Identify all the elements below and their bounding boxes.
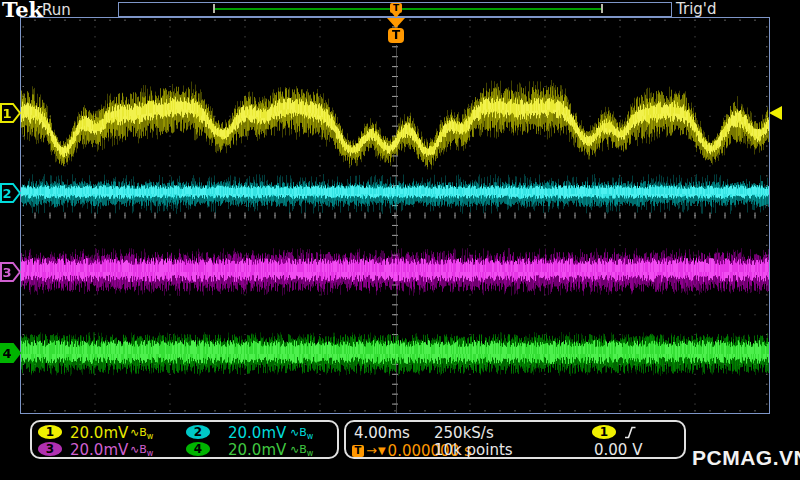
channel-readout-panel: 1 20.0mV ∿Bw 2 20.0mV ∿Bw 3 20.0mV ∿Bw 4…: [30, 420, 339, 459]
scope-screen: Tek Run T Trig'd T 1 2 3 4 1 20.0mV ∿Bw …: [0, 0, 800, 480]
arrow-right-icon: →: [366, 445, 377, 457]
record-view-bar: T: [118, 2, 672, 17]
channel-1-scale: 20.0mV: [70, 424, 128, 442]
record-right-bracket: [601, 4, 603, 13]
channel-4-coupling-bw-icon: ∿Bw: [290, 443, 313, 458]
trigger-marker-t-icon: T: [388, 28, 404, 43]
channel-2-scale: 20.0mV: [228, 424, 286, 442]
channel-3-marker[interactable]: 3: [0, 262, 22, 282]
trigger-marker-arrow-icon: [387, 18, 405, 28]
trigger-source-badge[interactable]: 1: [592, 425, 616, 439]
channel-1-badge[interactable]: 1: [38, 425, 62, 439]
channel-2-marker-label: 2: [2, 186, 11, 201]
trigger-position-marker[interactable]: T: [387, 18, 405, 43]
waveform-display: [20, 17, 770, 414]
channel-2-marker[interactable]: 2: [0, 183, 22, 203]
trigger-t-icon: T: [352, 445, 364, 457]
channel-2-badge[interactable]: 2: [186, 425, 210, 439]
trigger-level-arrow[interactable]: [769, 106, 782, 120]
channel-3-marker-label: 3: [2, 265, 11, 280]
channel-3-badge[interactable]: 3: [38, 442, 62, 456]
delay-marker-icon: ▼: [378, 445, 386, 457]
horizontal-trigger-readout-panel: 4.00ms 250kS/s 1 T → ▼ 0.000000 s 10k po…: [344, 420, 686, 459]
record-length: 10k points: [434, 441, 513, 459]
channel-1-marker[interactable]: 1: [0, 103, 22, 123]
horizontal-scale: 4.00ms: [354, 424, 410, 442]
channel-1-marker-label: 1: [2, 106, 11, 121]
channel-2-coupling-bw-icon: ∿Bw: [290, 426, 313, 441]
channel-4-marker-label: 4: [2, 346, 11, 361]
channel-3-coupling-bw-icon: ∿Bw: [130, 443, 153, 458]
channel-4-scale: 20.0mV: [228, 441, 286, 459]
channel-3-scale: 20.0mV: [70, 441, 128, 459]
sample-rate: 250kS/s: [434, 424, 494, 442]
trigger-position-flag[interactable]: T: [390, 3, 402, 13]
trigger-level: 0.00 V: [594, 441, 642, 459]
channel-4-badge[interactable]: 4: [186, 442, 210, 456]
channel-1-coupling-bw-icon: ∿Bw: [130, 426, 153, 441]
watermark: PCMAG.VN: [692, 446, 800, 470]
trigger-slope-rising-icon: [623, 425, 637, 440]
record-view-line: [215, 8, 601, 10]
channel-4-marker[interactable]: 4: [0, 343, 22, 363]
record-left-bracket: [213, 4, 215, 13]
trigger-status: Trig'd: [676, 0, 716, 18]
